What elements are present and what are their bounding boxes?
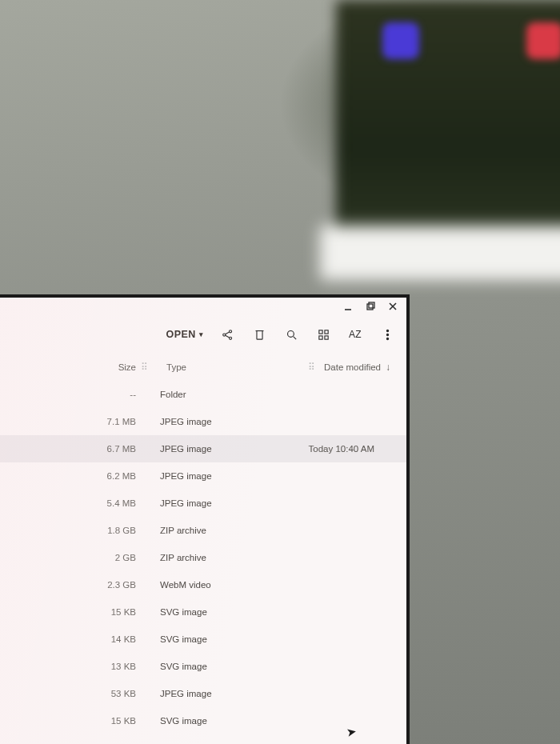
file-type: WebM video [136,580,280,590]
share-icon[interactable] [219,326,235,342]
file-size: 53 KB [0,689,136,698]
drag-handle-icon[interactable]: ⠿ [308,362,314,373]
file-row[interactable]: 5.4 MBJPEG image [0,490,406,517]
sort-descending-icon: ↓ [386,362,390,373]
file-type: JPEG image [136,689,280,698]
file-row[interactable]: 2 GBZIP archive [0,544,406,571]
drag-handle-icon[interactable]: ⠿ [141,362,147,373]
file-size: 6.2 MB [0,471,136,481]
file-row[interactable]: 53 KBJPEG image [0,680,406,707]
open-button[interactable]: OPEN ▾ [166,329,203,340]
file-row[interactable]: 6.7 MBJPEG imageToday 10:40 AM [0,435,406,462]
file-type: Folder [136,390,280,399]
file-type: SVG image [136,662,280,671]
svg-point-12 [287,330,294,337]
file-type: JPEG image [136,471,280,481]
file-row[interactable]: 2.3 GBWebM video [0,571,406,598]
delete-icon[interactable] [251,326,267,342]
file-row[interactable]: 14 KBSVG image [0,626,406,653]
file-type: SVG image [136,716,280,726]
file-size: 1.8 GB [0,526,136,535]
column-headers: Size ⠿ Type ⠿ Date modified ↓ [0,354,406,381]
close-button[interactable] [387,301,398,312]
svg-rect-15 [324,330,327,333]
column-date-header[interactable]: ⠿ Date modified ↓ [303,362,390,373]
file-size: -- [0,390,136,399]
file-list: --Folder7.1 MBJPEG image6.7 MBJPEG image… [0,381,406,734]
file-size: 2.3 GB [0,580,136,590]
open-button-label: OPEN [166,329,196,340]
file-size: 5.4 MB [0,498,136,508]
svg-line-13 [293,336,296,339]
file-type: ZIP archive [136,526,280,535]
column-date-label: Date modified [324,362,381,372]
svg-point-6 [229,330,231,332]
sort-alpha-button[interactable]: AZ [347,326,363,342]
svg-point-5 [222,333,225,335]
file-row[interactable]: 1.8 GBZIP archive [0,517,406,544]
background-desktop-icon [382,22,419,59]
column-size-header[interactable]: Size [0,362,136,372]
window-titlebar [0,298,406,315]
file-type: JPEG image [136,417,280,426]
svg-point-18 [386,330,388,331]
svg-rect-16 [318,335,322,338]
file-size: 15 KB [0,607,136,617]
column-type-header[interactable]: Type [152,362,262,372]
grid-view-icon[interactable] [315,326,331,342]
file-date: Today 10:40 AM [309,444,406,454]
svg-rect-10 [256,330,262,339]
svg-point-19 [386,334,388,335]
svg-rect-17 [324,335,327,338]
file-type: JPEG image [136,498,280,508]
file-row[interactable]: 13 KBSVG image [0,653,406,680]
svg-point-7 [229,337,231,339]
file-size: 6.7 MB [0,444,136,454]
search-icon[interactable] [283,326,299,342]
file-row[interactable]: 15 KBSVG image [0,598,406,626]
svg-point-20 [386,338,388,339]
svg-rect-14 [318,330,322,333]
file-size: 15 KB [0,716,136,726]
file-type: SVG image [136,607,280,617]
sort-alpha-label: AZ [349,329,362,340]
svg-line-9 [225,335,229,338]
svg-rect-1 [367,304,373,310]
svg-rect-2 [369,302,374,308]
file-type: JPEG image [136,444,280,454]
svg-line-8 [225,331,229,334]
file-size: 2 GB [0,553,136,562]
more-options-icon[interactable] [379,326,395,342]
file-manager-window: OPEN ▾ AZ Size ⠿ [0,298,406,744]
minimize-button[interactable] [342,301,354,312]
toolbar: OPEN ▾ AZ [0,315,406,354]
file-size: 13 KB [0,662,136,671]
restore-button[interactable] [365,301,376,312]
file-row[interactable]: --Folder [0,381,406,408]
caret-down-icon: ▾ [199,330,203,338]
file-type: ZIP archive [136,553,280,562]
laptop-frame: OPEN ▾ AZ Size ⠿ [0,294,410,744]
file-row[interactable]: 7.1 MBJPEG image [0,408,406,435]
file-type: SVG image [136,634,280,644]
file-row[interactable]: 6.2 MBJPEG image [0,462,406,490]
file-size: 14 KB [0,634,136,644]
background-desktop-icon [526,22,560,59]
file-size: 7.1 MB [0,417,136,426]
